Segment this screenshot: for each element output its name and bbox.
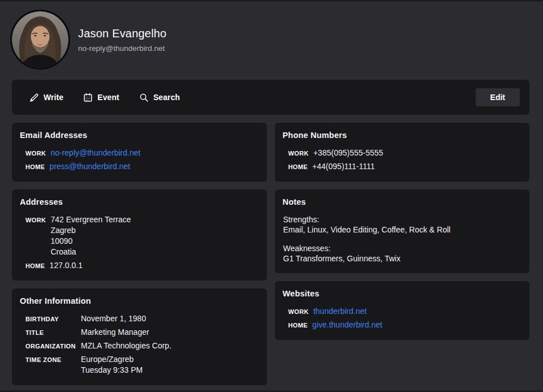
field-type-label: HOME [25,262,45,269]
field-type-label: HOME [25,163,45,170]
email-addresses-rows: WORKno-reply@thunderbird.netHOMEpress@th… [20,148,259,172]
contact-link[interactable]: press@thunderbird.net [50,162,131,171]
contact-link[interactable]: no-reply@thunderbird.net [50,148,140,157]
event-button[interactable]: Event [83,93,119,102]
field-value: MZLA Technologies Corp. [81,341,171,351]
contact-field-row: WORK742 Evergreen TerraceZagreb10090Croa… [25,214,259,257]
field-value: no-reply@thunderbird.net [50,148,140,158]
avatar [12,11,68,68]
card-title: Notes [283,197,522,206]
field-value: +385(095)555-5555 [313,148,383,158]
phone-numbers-rows: WORK+385(095)555-5555HOME+44(095)111-111… [283,148,522,172]
contact-name: Jason Evangelho [78,27,166,40]
field-value: +44(095)111-1111 [312,161,374,172]
notes-card: Notes Strengths:Email, Linux, Video Edit… [275,189,530,273]
card-title: Addresses [20,197,259,206]
field-type-label: WORK [288,150,309,157]
card-title: Email Addresses [20,131,259,140]
edit-button[interactable]: Edit [476,88,520,106]
contact-field-row: TITLEMarketing Manager [25,327,259,338]
write-button-label: Write [44,93,63,102]
contact-identity: Jason Evangelho no-reply@thunderbird.net [78,27,166,53]
search-button-label: Search [153,93,180,102]
field-type-label: HOME [288,322,308,329]
other-information-rows: BIRTHDAYNovember 1, 1980TITLEMarketing M… [20,313,259,376]
contact-field-row: TIME ZONEEurope/ZagrebTuesday 9:33 PM [25,354,259,376]
field-value: press@thunderbird.net [50,161,131,172]
contact-primary-email: no-reply@thunderbird.net [78,44,166,53]
contact-field-row: ORGANIZATIONMZLA Technologies Corp. [25,341,259,351]
contact-field-row: WORKno-reply@thunderbird.net [25,148,259,158]
window-edge-top [0,0,543,2]
field-type-label: HOME [288,163,308,170]
contact-link[interactable]: thunderbird.net [313,307,367,316]
contact-field-row: HOMEgive.thunderbird.net [288,320,522,330]
contact-field-row: WORKthunderbird.net [288,306,522,317]
websites-card: Websites WORKthunderbird.netHOMEgive.thu… [275,281,530,340]
contact-field-row: WORK+385(095)555-5555 [288,148,522,158]
field-type-label: ORGANIZATION [25,343,81,350]
right-column: Phone Numbers WORK+385(095)555-5555HOME+… [275,123,530,340]
portrait-photo-icon [12,11,68,68]
contact-field-row: HOMEpress@thunderbird.net [25,161,259,172]
card-title: Websites [283,289,522,298]
field-type-label: WORK [25,150,46,157]
left-column: Email Addresses WORKno-reply@thunderbird… [12,123,267,385]
field-value: Europe/ZagrebTuesday 9:33 PM [81,354,143,376]
event-button-label: Event [97,93,119,102]
card-title: Other Information [20,296,259,305]
contact-field-row: HOME127.0.0.1 [25,260,259,271]
notes-body: Strengths:Email, Linux, Video Editing, C… [283,214,522,264]
note-paragraph: Strengths:Email, Linux, Video Editing, C… [283,214,522,235]
field-value: thunderbird.net [313,306,367,317]
search-button[interactable]: Search [139,93,180,102]
contact-action-toolbar: Write Event Search Edit [12,80,529,115]
contact-header: Jason Evangelho no-reply@thunderbird.net [0,0,543,68]
addresses-rows: WORK742 Evergreen TerraceZagreb10090Croa… [20,214,259,271]
field-value: Marketing Manager [81,327,149,338]
field-type-label: TITLE [25,329,81,336]
field-type-label: WORK [288,308,309,315]
email-addresses-card: Email Addresses WORKno-reply@thunderbird… [12,123,267,182]
field-type-label: WORK [25,217,46,223]
field-type-label: TIME ZONE [25,356,81,363]
contact-field-row: HOME+44(095)111-1111 [288,161,522,172]
contact-link[interactable]: give.thunderbird.net [312,320,382,329]
field-value: 127.0.0.1 [50,260,83,271]
field-value: November 1, 1980 [81,313,146,324]
calendar-icon [83,93,93,102]
field-type-label: BIRTHDAY [25,316,81,322]
websites-rows: WORKthunderbird.netHOMEgive.thunderbird.… [283,306,522,330]
field-value: 742 Evergreen TerraceZagreb10090Croatia [50,214,131,257]
addresses-card: Addresses WORK742 Evergreen TerraceZagre… [12,189,267,281]
phone-numbers-card: Phone Numbers WORK+385(095)555-5555HOME+… [275,123,530,182]
card-title: Phone Numbers [283,131,522,140]
magnifier-icon [139,93,149,102]
contact-detail-grid: Email Addresses WORKno-reply@thunderbird… [12,123,529,385]
contact-field-row: BIRTHDAYNovember 1, 1980 [25,313,259,324]
other-information-card: Other Information BIRTHDAYNovember 1, 19… [12,288,267,385]
write-button[interactable]: Write [29,93,63,102]
field-value: give.thunderbird.net [312,320,382,330]
note-paragraph: Weaknesses:G1 Transformers, Guinness, Tw… [283,243,522,264]
pencil-icon [29,93,39,102]
